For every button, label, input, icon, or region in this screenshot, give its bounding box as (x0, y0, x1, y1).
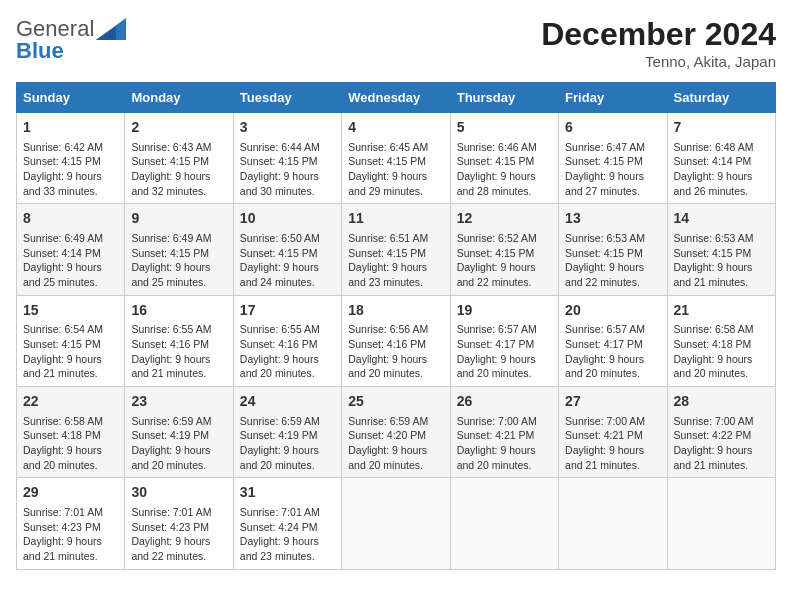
calendar-cell: 15Sunrise: 6:54 AM Sunset: 4:15 PM Dayli… (17, 295, 125, 386)
calendar-cell: 12Sunrise: 6:52 AM Sunset: 4:15 PM Dayli… (450, 204, 558, 295)
calendar-cell: 31Sunrise: 7:01 AM Sunset: 4:24 PM Dayli… (233, 478, 341, 569)
day-number: 31 (240, 483, 335, 503)
day-info: Sunrise: 7:00 AM Sunset: 4:21 PM Dayligh… (565, 414, 660, 473)
day-info: Sunrise: 6:47 AM Sunset: 4:15 PM Dayligh… (565, 140, 660, 199)
calendar-cell: 22Sunrise: 6:58 AM Sunset: 4:18 PM Dayli… (17, 387, 125, 478)
calendar-cell: 13Sunrise: 6:53 AM Sunset: 4:15 PM Dayli… (559, 204, 667, 295)
svg-marker-1 (96, 26, 116, 40)
day-number: 23 (131, 392, 226, 412)
day-info: Sunrise: 6:56 AM Sunset: 4:16 PM Dayligh… (348, 322, 443, 381)
calendar-cell: 8Sunrise: 6:49 AM Sunset: 4:14 PM Daylig… (17, 204, 125, 295)
day-number: 11 (348, 209, 443, 229)
calendar-cell: 21Sunrise: 6:58 AM Sunset: 4:18 PM Dayli… (667, 295, 775, 386)
day-number: 15 (23, 301, 118, 321)
day-info: Sunrise: 7:01 AM Sunset: 4:23 PM Dayligh… (131, 505, 226, 564)
logo-blue-text: Blue (16, 38, 64, 64)
day-number: 7 (674, 118, 769, 138)
day-info: Sunrise: 6:49 AM Sunset: 4:14 PM Dayligh… (23, 231, 118, 290)
title-block: December 2024 Tenno, Akita, Japan (541, 16, 776, 70)
day-number: 25 (348, 392, 443, 412)
day-number: 2 (131, 118, 226, 138)
calendar-cell: 27Sunrise: 7:00 AM Sunset: 4:21 PM Dayli… (559, 387, 667, 478)
weekday-header-row: SundayMondayTuesdayWednesdayThursdayFrid… (17, 83, 776, 113)
day-info: Sunrise: 6:55 AM Sunset: 4:16 PM Dayligh… (240, 322, 335, 381)
calendar-cell: 9Sunrise: 6:49 AM Sunset: 4:15 PM Daylig… (125, 204, 233, 295)
day-number: 4 (348, 118, 443, 138)
weekday-header-saturday: Saturday (667, 83, 775, 113)
day-number: 21 (674, 301, 769, 321)
calendar-week-row: 15Sunrise: 6:54 AM Sunset: 4:15 PM Dayli… (17, 295, 776, 386)
calendar-cell: 10Sunrise: 6:50 AM Sunset: 4:15 PM Dayli… (233, 204, 341, 295)
calendar-cell: 6Sunrise: 6:47 AM Sunset: 4:15 PM Daylig… (559, 113, 667, 204)
day-info: Sunrise: 6:58 AM Sunset: 4:18 PM Dayligh… (23, 414, 118, 473)
day-info: Sunrise: 6:57 AM Sunset: 4:17 PM Dayligh… (457, 322, 552, 381)
day-number: 6 (565, 118, 660, 138)
day-number: 5 (457, 118, 552, 138)
calendar-cell: 2Sunrise: 6:43 AM Sunset: 4:15 PM Daylig… (125, 113, 233, 204)
day-info: Sunrise: 6:46 AM Sunset: 4:15 PM Dayligh… (457, 140, 552, 199)
day-number: 9 (131, 209, 226, 229)
day-info: Sunrise: 6:53 AM Sunset: 4:15 PM Dayligh… (565, 231, 660, 290)
calendar-cell: 3Sunrise: 6:44 AM Sunset: 4:15 PM Daylig… (233, 113, 341, 204)
day-info: Sunrise: 6:55 AM Sunset: 4:16 PM Dayligh… (131, 322, 226, 381)
day-number: 30 (131, 483, 226, 503)
day-number: 12 (457, 209, 552, 229)
calendar-cell: 11Sunrise: 6:51 AM Sunset: 4:15 PM Dayli… (342, 204, 450, 295)
page-header: General Blue December 2024 Tenno, Akita,… (16, 16, 776, 70)
calendar-cell (342, 478, 450, 569)
day-info: Sunrise: 6:58 AM Sunset: 4:18 PM Dayligh… (674, 322, 769, 381)
day-info: Sunrise: 6:45 AM Sunset: 4:15 PM Dayligh… (348, 140, 443, 199)
day-number: 8 (23, 209, 118, 229)
day-number: 22 (23, 392, 118, 412)
calendar-cell: 16Sunrise: 6:55 AM Sunset: 4:16 PM Dayli… (125, 295, 233, 386)
day-number: 14 (674, 209, 769, 229)
calendar-cell: 19Sunrise: 6:57 AM Sunset: 4:17 PM Dayli… (450, 295, 558, 386)
calendar-cell (559, 478, 667, 569)
calendar-cell: 24Sunrise: 6:59 AM Sunset: 4:19 PM Dayli… (233, 387, 341, 478)
day-number: 13 (565, 209, 660, 229)
day-number: 17 (240, 301, 335, 321)
day-info: Sunrise: 7:00 AM Sunset: 4:22 PM Dayligh… (674, 414, 769, 473)
calendar-cell: 5Sunrise: 6:46 AM Sunset: 4:15 PM Daylig… (450, 113, 558, 204)
calendar-cell: 26Sunrise: 7:00 AM Sunset: 4:21 PM Dayli… (450, 387, 558, 478)
day-info: Sunrise: 6:54 AM Sunset: 4:15 PM Dayligh… (23, 322, 118, 381)
calendar-week-row: 29Sunrise: 7:01 AM Sunset: 4:23 PM Dayli… (17, 478, 776, 569)
day-number: 19 (457, 301, 552, 321)
calendar-cell: 1Sunrise: 6:42 AM Sunset: 4:15 PM Daylig… (17, 113, 125, 204)
day-number: 26 (457, 392, 552, 412)
weekday-header-tuesday: Tuesday (233, 83, 341, 113)
day-number: 28 (674, 392, 769, 412)
day-number: 3 (240, 118, 335, 138)
calendar-week-row: 1Sunrise: 6:42 AM Sunset: 4:15 PM Daylig… (17, 113, 776, 204)
calendar-cell (450, 478, 558, 569)
day-number: 10 (240, 209, 335, 229)
calendar-cell: 4Sunrise: 6:45 AM Sunset: 4:15 PM Daylig… (342, 113, 450, 204)
day-info: Sunrise: 6:59 AM Sunset: 4:19 PM Dayligh… (131, 414, 226, 473)
day-info: Sunrise: 6:48 AM Sunset: 4:14 PM Dayligh… (674, 140, 769, 199)
weekday-header-friday: Friday (559, 83, 667, 113)
calendar-cell: 25Sunrise: 6:59 AM Sunset: 4:20 PM Dayli… (342, 387, 450, 478)
day-number: 18 (348, 301, 443, 321)
weekday-header-monday: Monday (125, 83, 233, 113)
month-year-title: December 2024 (541, 16, 776, 53)
calendar-cell: 29Sunrise: 7:01 AM Sunset: 4:23 PM Dayli… (17, 478, 125, 569)
logo-icon (96, 18, 126, 40)
day-info: Sunrise: 6:59 AM Sunset: 4:20 PM Dayligh… (348, 414, 443, 473)
day-number: 27 (565, 392, 660, 412)
day-info: Sunrise: 7:00 AM Sunset: 4:21 PM Dayligh… (457, 414, 552, 473)
logo: General Blue (16, 16, 126, 64)
day-info: Sunrise: 7:01 AM Sunset: 4:23 PM Dayligh… (23, 505, 118, 564)
calendar-week-row: 8Sunrise: 6:49 AM Sunset: 4:14 PM Daylig… (17, 204, 776, 295)
calendar-cell: 30Sunrise: 7:01 AM Sunset: 4:23 PM Dayli… (125, 478, 233, 569)
calendar-cell: 7Sunrise: 6:48 AM Sunset: 4:14 PM Daylig… (667, 113, 775, 204)
calendar-cell: 18Sunrise: 6:56 AM Sunset: 4:16 PM Dayli… (342, 295, 450, 386)
calendar-cell: 28Sunrise: 7:00 AM Sunset: 4:22 PM Dayli… (667, 387, 775, 478)
day-info: Sunrise: 6:44 AM Sunset: 4:15 PM Dayligh… (240, 140, 335, 199)
day-number: 16 (131, 301, 226, 321)
day-number: 20 (565, 301, 660, 321)
weekday-header-thursday: Thursday (450, 83, 558, 113)
calendar-cell: 14Sunrise: 6:53 AM Sunset: 4:15 PM Dayli… (667, 204, 775, 295)
day-number: 24 (240, 392, 335, 412)
calendar-cell (667, 478, 775, 569)
calendar-cell: 23Sunrise: 6:59 AM Sunset: 4:19 PM Dayli… (125, 387, 233, 478)
